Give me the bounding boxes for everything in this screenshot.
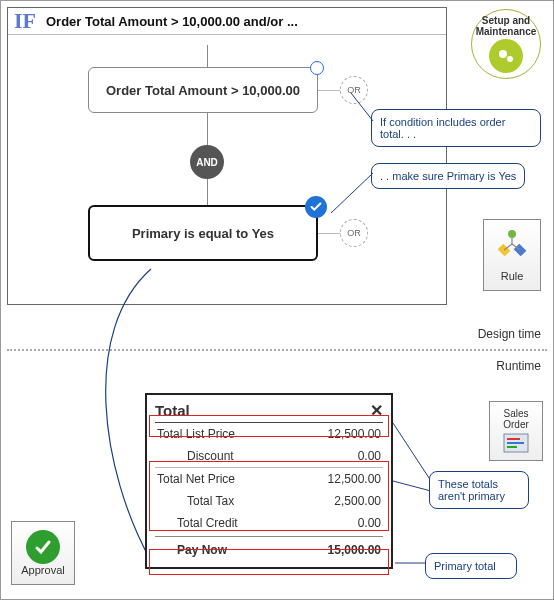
callout-primary: . . make sure Primary is Yes [371, 163, 525, 189]
check-icon [305, 196, 327, 218]
svg-point-1 [507, 56, 513, 62]
approval-badge: Approval [11, 521, 75, 585]
row-credit: Total Credit 0.00 [155, 512, 383, 534]
if-keyword: IF [14, 10, 36, 32]
condition-label: Primary is equal to Yes [132, 226, 274, 241]
condition-order-total[interactable]: Order Total Amount > 10,000.00 [88, 67, 318, 113]
svg-point-2 [508, 230, 516, 238]
callout-not-primary: These totals aren't primary [429, 471, 529, 509]
totals-panel: Total ✕ Total List Price 12,500.00 Disco… [145, 393, 393, 569]
setup-label: Setup and Maintenance [472, 15, 540, 37]
phase-design-label: Design time [478, 327, 541, 341]
totals-title: Total [155, 402, 190, 419]
close-icon[interactable]: ✕ [370, 401, 383, 420]
rule-icon-box: Rule [483, 219, 541, 291]
or-operator-node[interactable]: OR [340, 219, 368, 247]
callout-primary-total: Primary total [425, 553, 517, 579]
row-net-price: Total Net Price 12,500.00 [155, 467, 383, 490]
phase-divider [7, 349, 547, 351]
gears-icon [489, 39, 523, 73]
row-pay-now: Pay Now 15,000.00 [155, 536, 383, 561]
setup-maintenance-badge: Setup and Maintenance [471, 9, 541, 79]
row-discount: Discount 0.00 [155, 445, 383, 467]
condition-primary-yes[interactable]: Primary is equal to Yes [88, 205, 318, 261]
connector-port[interactable] [310, 61, 324, 75]
or-operator-node[interactable]: OR [340, 76, 368, 104]
phase-runtime-label: Runtime [496, 359, 541, 373]
sales-order-badge: Sales Order [489, 401, 543, 461]
condition-label: Order Total Amount > 10,000.00 [106, 83, 300, 98]
checkmark-icon [26, 530, 60, 564]
sales-order-label: Sales Order [490, 408, 542, 430]
and-operator-node[interactable]: AND [190, 145, 224, 179]
rule-label: Rule [501, 270, 524, 282]
approval-label: Approval [21, 564, 64, 576]
if-summary: Order Total Amount > 10,000.00 and/or ..… [46, 14, 298, 29]
flowchart-icon [495, 228, 529, 268]
row-tax: Total Tax 2,500.00 [155, 490, 383, 512]
row-list-price: Total List Price 12,500.00 [155, 423, 383, 445]
svg-point-0 [499, 50, 507, 58]
callout-order-total: If condition includes order total. . . [371, 109, 541, 147]
document-icon [502, 432, 530, 454]
if-header: IF Order Total Amount > 10,000.00 and/or… [8, 8, 446, 35]
rule-editor-panel: IF Order Total Amount > 10,000.00 and/or… [7, 7, 447, 305]
